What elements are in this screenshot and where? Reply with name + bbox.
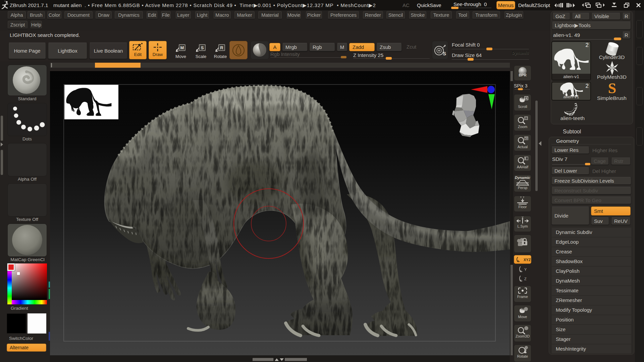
svg-text:S: S bbox=[608, 81, 616, 96]
svg-text:M: M bbox=[180, 45, 184, 50]
svg-text:x1: x1 bbox=[525, 137, 528, 140]
svg-text:S: S bbox=[443, 51, 446, 56]
svg-text:Z: Z bbox=[524, 277, 527, 281]
svg-text:Y: Y bbox=[524, 267, 527, 272]
svg-text:R: R bbox=[220, 45, 223, 50]
svg-text:S: S bbox=[201, 45, 204, 50]
svg-text:XYZ: XYZ bbox=[524, 258, 531, 262]
